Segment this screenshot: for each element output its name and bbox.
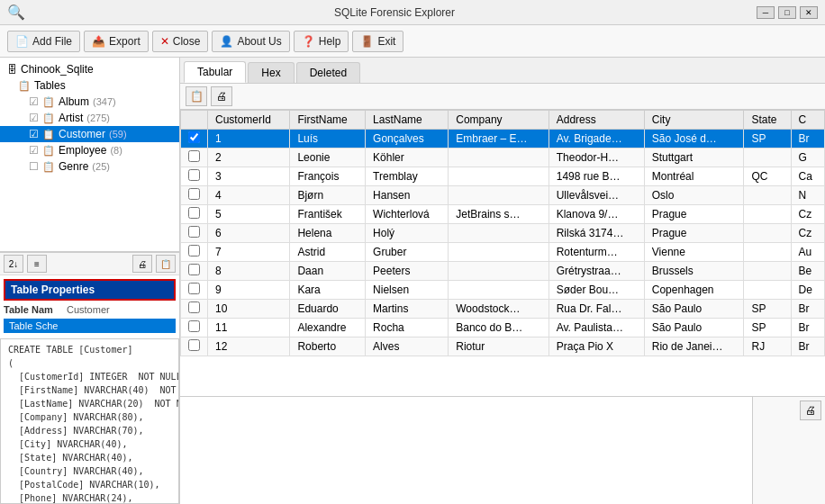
row-checkbox[interactable] (181, 205, 208, 224)
row-firstname: Kara (290, 281, 366, 300)
exit-button[interactable]: 🚪 Exit (352, 31, 403, 52)
col-city[interactable]: City (644, 111, 744, 130)
bottom-right-print-btn[interactable]: 🖨 (800, 400, 821, 420)
checkbox-artist[interactable]: ☑ (29, 112, 39, 124)
minimize-button[interactable]: ─ (757, 6, 775, 19)
table-row[interactable]: 2 Leonie Köhler Theodor-H… Stuttgart G (181, 148, 825, 167)
table-schema-content: CREATE TABLE [Customer] ( [CustomerId] I… (0, 338, 179, 504)
table-row[interactable]: 8 Daan Peeters Grétrystraa… Brussels Be (181, 262, 825, 281)
row-extra: Br (791, 300, 824, 319)
export-button[interactable]: 📤 Export (84, 31, 149, 52)
copy-btn[interactable]: 📋 (186, 86, 207, 106)
row-checkbox[interactable] (181, 300, 208, 319)
row-extra: Cz (791, 205, 824, 224)
checkbox-genre[interactable]: ☐ (29, 160, 39, 173)
table-row[interactable]: 3 François Tremblay 1498 rue B… Montréal… (181, 167, 825, 186)
checkbox-customer[interactable]: ☑ (29, 128, 39, 140)
col-firstname[interactable]: FirstName (290, 111, 366, 130)
bottom-right-panel: 🖨 (180, 396, 825, 504)
table-row[interactable]: 5 František Wichterlová JetBrains s… Kla… (181, 205, 825, 224)
bottom-export-btn[interactable]: 📋 (156, 255, 176, 273)
help-button[interactable]: ❓ Help (294, 31, 349, 52)
row-address: Rotenturm… (548, 243, 644, 262)
row-checkbox[interactable] (181, 148, 208, 167)
row-extra: De (791, 281, 824, 300)
col-lastname[interactable]: LastName (366, 111, 449, 130)
row-checkbox[interactable] (181, 281, 208, 300)
row-address: Av. Paulista… (548, 319, 644, 338)
tree-album[interactable]: ☑ 📋 Album (347) (0, 94, 179, 110)
row-city: São Paulo (644, 300, 744, 319)
tab-deleted-label: Deleted (310, 67, 347, 79)
col-customer-id[interactable]: CustomerId (208, 111, 290, 130)
row-company: Riotur (449, 338, 548, 356)
data-table: CustomerId FirstName LastName Company Ad… (180, 110, 825, 356)
bottom-print-btn[interactable]: 🖨 (132, 255, 152, 273)
row-state: SP (744, 130, 791, 148)
bottom-sort-btn[interactable]: 2↓ (4, 255, 23, 273)
maximize-button[interactable]: □ (778, 6, 796, 19)
tree-tables[interactable]: 📋 Tables (0, 77, 179, 94)
row-address: Klanova 9/… (548, 205, 644, 224)
col-extra[interactable]: C (791, 111, 824, 130)
tree-artist[interactable]: ☑ 📋 Artist (275) (0, 110, 179, 126)
table-row[interactable]: 7 Astrid Gruber Rotenturm… Vienne Au (181, 243, 825, 262)
close-button[interactable]: ✕ (800, 6, 818, 19)
close-db-button[interactable]: ✕ Close (152, 31, 209, 52)
tab-tabular[interactable]: Tabular (184, 61, 246, 83)
table-row[interactable]: 12 Roberto Alves Riotur Praça Pio X Rio … (181, 338, 825, 356)
row-checkbox[interactable] (181, 224, 208, 243)
checkbox-album[interactable]: ☑ (29, 95, 39, 108)
row-checkbox[interactable] (181, 130, 208, 148)
add-file-button[interactable]: 📄 Add File (7, 31, 80, 52)
row-state (744, 243, 791, 262)
table-properties-header: Table Properties (4, 279, 176, 301)
row-city: Stuttgart (644, 148, 744, 167)
row-state (744, 148, 791, 167)
table-row[interactable]: 6 Helena Holý Rilská 3174… Prague Cz (181, 224, 825, 243)
tab-hex[interactable]: Hex (248, 62, 294, 83)
tab-hex-label: Hex (261, 67, 280, 79)
row-company (449, 186, 548, 205)
close-label: Close (173, 35, 201, 48)
bottom-view-btn[interactable]: ≡ (27, 255, 47, 273)
table-name-row: Table Nam Customer (4, 304, 176, 315)
row-city: Rio de Janei… (644, 338, 744, 356)
tab-deleted[interactable]: Deleted (296, 62, 360, 83)
artist-icon: 📋 (42, 112, 55, 124)
row-city: Brussels (644, 262, 744, 281)
row-checkbox[interactable] (181, 338, 208, 356)
about-us-button[interactable]: 👤 About Us (212, 31, 289, 52)
help-label: Help (319, 35, 341, 48)
row-checkbox[interactable] (181, 167, 208, 186)
row-lastname: Gruber (366, 243, 449, 262)
row-company (449, 148, 548, 167)
row-checkbox[interactable] (181, 319, 208, 338)
table-row[interactable]: 9 Kara Nielsen Søder Bou… Copenhagen De (181, 281, 825, 300)
genre-icon: 📋 (42, 161, 55, 173)
row-city: Prague (644, 224, 744, 243)
checkbox-employee[interactable]: ☑ (29, 144, 39, 157)
exit-icon: 🚪 (360, 35, 374, 48)
print-btn[interactable]: 🖨 (211, 86, 232, 106)
table-row[interactable]: 11 Alexandre Rocha Banco do B… Av. Pauli… (181, 319, 825, 338)
col-address[interactable]: Address (548, 111, 644, 130)
tab-tabular-label: Tabular (197, 66, 232, 78)
table-row[interactable]: 1 Luís Gonçalves Embraer – E… Av. Brigad… (181, 130, 825, 148)
row-state: QC (744, 167, 791, 186)
row-extra: Ca (791, 167, 824, 186)
col-company[interactable]: Company (449, 111, 548, 130)
row-checkbox[interactable] (181, 262, 208, 281)
tree-genre[interactable]: ☐ 📋 Genre (25) (0, 158, 179, 175)
tree-root[interactable]: 🗄 Chinook_Sqlite (0, 61, 179, 77)
row-checkbox[interactable] (181, 243, 208, 262)
row-checkbox[interactable] (181, 186, 208, 205)
table-row[interactable]: 4 Bjørn Hansen Ullevålsvei… Oslo N (181, 186, 825, 205)
data-table-wrapper[interactable]: CustomerId FirstName LastName Company Ad… (180, 110, 825, 396)
tree-employee[interactable]: ☑ 📋 Employee (8) (0, 142, 179, 158)
table-row[interactable]: 10 Eduardo Martins Woodstock… Rua Dr. Fa… (181, 300, 825, 319)
col-state[interactable]: State (744, 111, 791, 130)
tree-artist-label: Artist (59, 112, 83, 124)
tree-customer[interactable]: ☑ 📋 Customer (59) (0, 126, 179, 142)
row-id: 9 (208, 281, 290, 300)
